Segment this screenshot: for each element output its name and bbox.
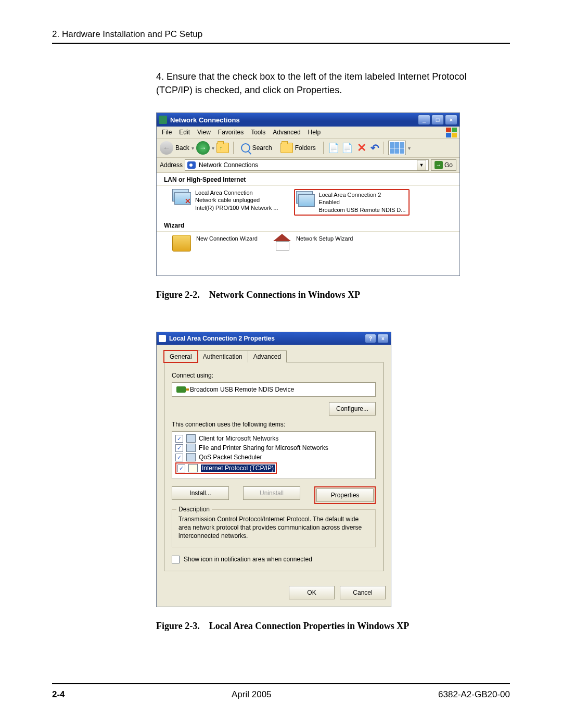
folders-label: Folders [295,144,316,152]
address-input[interactable]: Network Connections ▼ [185,159,429,171]
checkbox-icon[interactable]: ✓ [175,454,183,461]
section-header: 2. Hardware Installation and PC Setup [52,29,510,40]
house-icon [273,235,291,250]
up-folder-button[interactable]: ↑ [216,143,229,153]
go-arrow-icon: → [435,161,443,169]
adapter-icon [176,386,186,393]
footer-date: April 2005 [232,689,272,700]
close-button[interactable]: × [445,115,457,125]
window-title: Network Connections [170,116,240,124]
views-button[interactable] [388,141,406,155]
item-tcpip-label: Internet Protocol (TCP/IP) [201,465,275,472]
figure-2-text: Local Area Connection Properties in Wind… [209,621,410,631]
item-client[interactable]: ✓ Client for Microsoft Networks [175,434,372,443]
notify-row[interactable]: Show icon in notification area when conn… [172,556,376,563]
adapter-field: Broadcom USB Remote NDIS Device [172,382,376,397]
checkbox-icon[interactable] [172,556,180,563]
lan-connection-1[interactable]: ✕ Local Area Connection Network cable un… [172,189,278,216]
menu-help[interactable]: Help [306,128,326,137]
go-button[interactable]: → Go [431,159,456,171]
description-group: Description Transmission Control Protoco… [172,509,376,547]
address-label: Address [160,161,183,169]
network-connections-window: Network Connections _ □ × File Edit View… [156,112,460,276]
undo-button[interactable]: ↶ [371,142,379,154]
uninstall-button[interactable]: Uninstall [243,486,300,500]
item-client-label: Client for Microsoft Networks [199,435,278,442]
address-dropdown-icon[interactable]: ▼ [417,160,426,170]
item-tcpip[interactable]: ✓ Internet Protocol (TCP/IP) [175,462,372,474]
wizard-section-header: Wizard [157,219,459,232]
folder-icon [280,143,293,153]
connection-icon: ✕ [172,189,190,205]
titlebar: Local Area Connection 2 Properties ? × [157,332,391,345]
figure-caption-1: Figure 2-2. Network Connections in Windo… [156,290,510,300]
ok-button[interactable]: OK [289,586,335,599]
delete-button[interactable]: ✕ [355,141,368,155]
search-label: Search [252,144,272,152]
adapter-name: Broadcom USB Remote NDIS Device [190,386,294,393]
tab-advanced[interactable]: Advanced [248,350,287,362]
move-to-button[interactable]: 📄 [328,142,339,154]
menu-file[interactable]: File [160,128,177,137]
properties-highlight: Properties [314,486,376,504]
tabs: General Authentication Advanced [164,350,384,362]
menu-tools[interactable]: Tools [249,128,271,137]
back-button[interactable]: ← [160,141,173,155]
forward-button[interactable]: → [196,141,210,155]
maximize-button[interactable]: □ [431,115,444,125]
titlebar: Network Connections _ □ × [157,113,459,127]
figure-1-label: Figure 2-2. [156,290,200,300]
tab-authentication[interactable]: Authentication [197,350,248,362]
menu-edit[interactable]: Edit [177,128,195,137]
items-list: ✓ Client for Microsoft Networks ✓ File a… [172,431,376,479]
checkbox-icon[interactable]: ✓ [175,435,183,443]
checkbox-icon[interactable]: ✓ [177,465,185,472]
sharing-icon [186,444,196,452]
qos-icon [186,453,196,461]
window-icon [159,116,167,124]
windows-flag-icon [446,128,457,138]
checkbox-icon[interactable]: ✓ [175,444,183,452]
client-icon [186,434,196,443]
network-setup-wizard[interactable]: Network Setup Wizard [273,235,353,252]
instruction-step: 4. Ensure that the check box to the left… [156,70,489,97]
help-button[interactable]: ? [365,334,376,343]
new-connection-wizard[interactable]: New Connection Wizard [172,235,258,252]
item-qos[interactable]: ✓ QoS Packet Scheduler [175,453,372,462]
cancel-button[interactable]: Cancel [340,586,386,599]
footer-doc: 6382-A2-GB20-00 [438,689,510,700]
toolbar: ← Back ▾ → ▾ ↑ Search Folders 📄 📄 ✕ ↶ ▾ [157,139,459,158]
menu-view[interactable]: View [195,128,216,137]
address-bar: Address Network Connections ▼ → Go [157,158,459,173]
connection-icon [296,191,314,207]
search-button[interactable]: Search [238,142,275,154]
lan-connection-2[interactable]: Local Area Connection 2 Enabled Broadcom… [294,189,410,216]
lan1-name: Local Area Connection [195,189,278,196]
configure-button[interactable]: Configure... [329,402,376,416]
close-button[interactable]: × [377,334,389,343]
menu-advanced[interactable]: Advanced [271,128,305,137]
go-label: Go [444,161,453,169]
properties-button[interactable]: Properties [316,488,374,502]
items-label: This connection uses the following items… [172,421,376,428]
lan1-status: Network cable unplugged [195,196,278,204]
dialog-title: Local Area Connection 2 Properties [169,335,275,342]
menu-favorites[interactable]: Favorites [216,128,249,137]
lan-section-header: LAN or High-Speed Internet [157,173,459,186]
minimize-button[interactable]: _ [418,115,430,125]
figure-caption-2: Figure 2-3. Local Area Connection Proper… [156,621,510,632]
divider [52,43,510,44]
item-file-printer-sharing[interactable]: ✓ File and Printer Sharing for Microsoft… [175,443,372,453]
install-button[interactable]: Install... [172,486,229,500]
back-label: Back [175,144,189,152]
tcpip-icon [188,464,198,472]
folders-button[interactable]: Folders [277,142,319,154]
figure-1-text: Network Connections in Windows XP [209,290,360,300]
address-value: Network Connections [199,161,258,169]
copy-to-button[interactable]: 📄 [341,142,353,154]
tab-general[interactable]: General [164,350,198,362]
item-fps-label: File and Printer Sharing for Microsoft N… [199,444,328,451]
properties-dialog: Local Area Connection 2 Properties ? × G… [156,332,391,607]
connect-using-label: Connect using: [172,372,376,379]
dialog-icon [159,335,166,342]
